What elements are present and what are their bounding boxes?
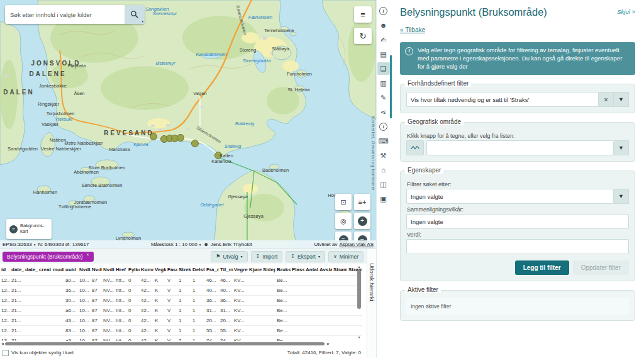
import-label: Import [262,254,277,260]
table-horizontal-scrollbar[interactable]: ◀ ▶ [1,342,362,346]
column-header[interactable]: Href [114,264,127,276]
utvalg-button[interactable]: ⚑Utvalg▾ [211,251,247,262]
locate-button[interactable]: ◎ [335,213,352,229]
column-header[interactable]: Strek [177,264,191,276]
table-cell: htt... [114,326,127,336]
layer-chip[interactable]: Belysningspunkt (Bruksområde) × [3,252,94,262]
value-input[interactable] [406,239,629,254]
rail-item-user-icon[interactable]: ☻ [377,19,390,31]
map-menu-button[interactable]: ≡ [354,6,372,23]
search-input[interactable] [5,5,125,24]
rail-item-keyboard-icon[interactable]: ⌨ [377,135,390,147]
draw-area-button[interactable] [406,140,424,155]
zoom-selection-button[interactable]: ⊡ [335,194,352,210]
rail-item-home-icon[interactable]: ⌂ [377,164,390,176]
column-header[interactable]: Strøm [332,264,347,276]
add-filter-button[interactable]: Legg til filter [515,260,569,275]
rail-item-toolbox-icon[interactable]: ▤ [377,48,390,60]
rail-item-layers-icon[interactable]: ❏ [377,62,390,75]
column-header[interactable]: Plass [291,264,304,276]
table-cell: 21... [10,296,24,306]
rail-item-pencil-icon[interactable]: ✎ [377,91,390,104]
import-button[interactable]: ↧Import [251,251,283,262]
column-header[interactable]: Fylke [127,264,140,276]
panel-scrollbar[interactable] [390,55,392,118]
map-refresh-button[interactable]: ↻ [354,28,372,44]
table-row[interactable]: 12...21...30...10...87NV...htt...042...K… [0,296,362,306]
epsg-selector[interactable]: EPSG:32633▾ [3,242,35,247]
column-header[interactable]: date_ [10,264,24,276]
table-row[interactable]: 12...21...a6...10...87NV...htt...042...K… [0,306,362,316]
table-row[interactable]: 13...21...a3...10...87NV...htt...042...K… [0,336,362,342]
map-canvas[interactable]: JONSVOLDDALENEDALENREVESANDSongekilenSve… [0,0,376,249]
predefined-filter-dropdown-button[interactable]: ▼ [614,92,629,107]
column-header[interactable]: creat [38,264,52,276]
rail-item-info-circle-icon[interactable]: i [377,120,390,133]
geographic-area-input[interactable] [426,140,614,155]
table-cell [52,276,64,286]
light-point-marker[interactable] [150,133,157,140]
table-row[interactable]: 12...21...d3...10...87NV...htt...042...K… [0,316,362,326]
light-point-marker[interactable] [215,152,222,159]
table-vertical-scrollbar[interactable]: ▲ ▼ [357,265,362,339]
rail-item-book-icon[interactable]: ◫ [377,178,390,191]
zoom-in-button[interactable]: + [354,213,370,229]
column-header[interactable]: Fase [166,264,177,276]
table-cell [304,296,318,306]
column-header[interactable]: Fra_m [205,264,219,276]
background-map-button[interactable]: ≈ Bakgrunns-kart [6,219,52,239]
rail-item-info-icon[interactable]: i [377,4,390,17]
column-header[interactable]: Nvdb [78,264,91,276]
column-header[interactable]: Nvdb [102,264,114,276]
column-header[interactable]: Delst [191,264,205,276]
close-icon[interactable]: × [86,252,89,257]
light-point-marker[interactable] [192,140,199,147]
light-point-marker[interactable] [177,135,184,142]
table-row[interactable]: 12...21...83...10...87NV...htt...042...K… [0,326,362,336]
filter-by-dropdown-button[interactable]: ▼ [614,189,629,204]
column-header[interactable]: Nvdb [91,264,102,276]
column-header[interactable]: Bruks [275,264,291,276]
column-header[interactable]: Vegre [233,264,248,276]
table-row[interactable]: 12...21...a0...10...87NV...htt...042...K… [0,276,362,286]
minimer-button[interactable]: ∨Minimer [328,251,364,262]
table-cell [24,276,38,286]
column-header[interactable]: id [0,264,10,276]
clear-filter-button[interactable]: × [599,92,614,107]
hide-panel-link[interactable]: Skjul > [617,8,635,15]
rail-item-tools-icon[interactable]: ⚒ [377,149,390,162]
visible-in-map-checkbox[interactable] [3,350,9,356]
explore-hierarchy-tab[interactable]: Utforsk hierarki [367,249,376,358]
predefined-filter-input[interactable] [406,92,599,107]
scale-selector[interactable]: Målestokk 1 : 10 000▾ [151,242,201,247]
back-link[interactable]: « Tilbake [400,26,425,33]
column-header[interactable]: Sidep [262,264,275,276]
column-header[interactable]: date_ [24,264,38,276]
layers-add-button[interactable]: ≡+ [354,194,370,210]
column-header[interactable]: Vegk [153,264,166,276]
geographic-area-dropdown-button[interactable]: ▼ [614,140,629,155]
table-row[interactable]: 12...21...36...10...87NV...htt...042...K… [0,286,362,296]
table-cell [332,296,347,306]
filter-by-input[interactable] [406,189,614,204]
rail-item-chart-icon[interactable]: ▥ [377,77,390,89]
table-cell: 12... [0,316,10,326]
column-header[interactable]: modif [52,264,64,276]
rail-item-annotate-icon[interactable]: ✍ [377,33,390,46]
column-header[interactable]: Antal [304,264,318,276]
table-cell: 87 [91,336,102,342]
column-header[interactable]: uuid [64,264,78,276]
eksport-button[interactable]: ↧Eksport▾ [286,251,325,262]
column-header[interactable]: Til_m [219,264,233,276]
table-cell: a3... [64,336,78,342]
search-button[interactable]: ▾ [125,5,145,24]
table-cell [318,296,332,306]
rail-item-share-icon[interactable]: ⋖ [377,106,390,118]
column-header[interactable]: Avsta [318,264,332,276]
column-header[interactable]: Komn [140,264,153,276]
developer-link[interactable]: Asplan Viak AS [339,242,374,247]
table-cell: NV... [102,306,114,316]
comparison-input[interactable] [406,214,629,229]
rail-item-clipboard-icon[interactable]: ▣ [377,193,390,205]
column-header[interactable]: Kjøre [248,264,262,276]
